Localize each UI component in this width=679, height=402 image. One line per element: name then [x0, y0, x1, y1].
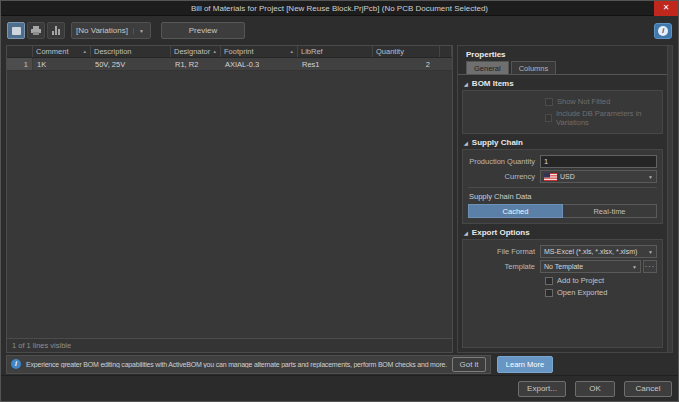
file-format-label: File Format [468, 247, 540, 256]
column-header-rownum [7, 46, 33, 57]
checkbox-icon [545, 289, 553, 297]
table-view-button[interactable] [7, 22, 25, 39]
segment-realtime[interactable]: Real-time [563, 204, 657, 218]
file-format-value: MS-Excel (*.xls, *.xlsx, *.xlsm) [544, 248, 637, 255]
libref-cell[interactable]: Res1 [298, 58, 373, 70]
sort-ascending-icon: ▲ [288, 49, 294, 54]
ok-button[interactable]: OK [575, 381, 615, 397]
currency-row: Currency USD [468, 170, 657, 183]
checkbox-icon [545, 98, 553, 106]
us-flag-icon [544, 173, 557, 181]
sort-ascending-icon: ▲ [211, 49, 217, 54]
column-header-description[interactable]: Description [91, 46, 171, 57]
template-browse-button[interactable]: ··· [643, 260, 657, 273]
divider [468, 187, 657, 188]
sort-ascending-icon: ▲ [81, 49, 87, 54]
footprint-cell[interactable]: AXIAL-0.3 [221, 58, 298, 70]
learn-more-button[interactable]: Learn More [497, 356, 553, 373]
table-empty-area [7, 71, 452, 338]
supply-chain-data-label: Supply Chain Data [469, 192, 657, 201]
section-header-export-options[interactable]: ◢ Export Options [462, 224, 663, 239]
table-header-row: Comment ▲ Description Designator ▲ Footp… [7, 46, 452, 58]
properties-inner: Properties General Columns ◢ BOM Items S… [458, 46, 667, 352]
banner-message: Experience greater BOM editing capabilit… [26, 361, 447, 368]
template-value: No Template [544, 263, 583, 270]
preview-button[interactable]: Preview [161, 22, 245, 39]
designator-cell[interactable]: R1, R2 [171, 58, 221, 70]
variations-dropdown-value: [No Variations] [76, 26, 128, 35]
column-header-filler [440, 46, 452, 57]
table-view-icon [12, 27, 21, 35]
column-header-libref[interactable]: LibRef [298, 46, 373, 57]
got-it-button[interactable]: Got it [452, 357, 486, 372]
bom-items-box: Show Not Fitted Include DB Parameters in… [462, 90, 663, 134]
tab-general[interactable]: General [466, 61, 509, 74]
currency-value: USD [560, 173, 575, 180]
dialog-title: Bill of Materials for Project [New Reuse… [1, 1, 678, 16]
section-header-bom-items[interactable]: ◢ BOM Items [462, 75, 663, 90]
template-row: Template No Template ▼ ··· [468, 260, 657, 273]
properties-scrollbar[interactable] [667, 46, 672, 352]
checkbox-add-to-project[interactable]: Add to Project [545, 276, 657, 285]
segment-cached[interactable]: Cached [468, 204, 563, 218]
export-options-box: File Format MS-Excel (*.xls, *.xlsx, *.x… [462, 239, 663, 348]
supply-chain-data-toggle: Cached Real-time [468, 204, 657, 218]
close-button[interactable]: ✕ [654, 1, 678, 16]
tab-columns[interactable]: Columns [511, 61, 557, 74]
description-cell[interactable]: 50V, 25V [91, 58, 171, 70]
file-format-row: File Format MS-Excel (*.xls, *.xlsx, *.x… [468, 245, 657, 258]
bar-chart-icon [52, 26, 60, 35]
column-header-designator[interactable]: Designator ▲ [171, 46, 221, 57]
column-header-footprint[interactable]: Footprint ▲ [221, 46, 298, 57]
main-area: Comment ▲ Description Designator ▲ Footp… [1, 45, 678, 353]
chevron-down-icon: ▼ [632, 264, 637, 270]
collapse-icon: ◢ [464, 81, 468, 87]
ellipsis-icon: ··· [645, 263, 655, 270]
currency-label: Currency [468, 172, 540, 181]
checkbox-include-db-parameters[interactable]: Include DB Parameters in Variations [545, 109, 657, 127]
info-icon: i [11, 359, 21, 369]
column-header-quantity[interactable]: Quantity [373, 46, 440, 57]
toolbar: [No Variations] ▼ Preview i [1, 16, 678, 45]
production-quantity-input[interactable] [540, 155, 657, 168]
quantity-cell[interactable]: 2 [373, 58, 440, 70]
checkbox-open-exported[interactable]: Open Exported [545, 288, 657, 297]
supply-chain-box: Production Quantity Currency [462, 149, 663, 224]
title-bar: Bill of Materials for Project [New Reuse… [1, 1, 678, 16]
chevron-down-icon: ▼ [648, 174, 653, 180]
activebom-banner: i Experience greater BOM editing capabil… [6, 355, 491, 374]
column-header-comment[interactable]: Comment ▲ [33, 46, 91, 57]
bom-dialog: Bill of Materials for Project [New Reuse… [0, 0, 679, 402]
chevron-down-icon: ▼ [133, 28, 144, 34]
properties-panel: Properties General Columns ◢ BOM Items S… [457, 45, 673, 353]
properties-title: Properties [458, 46, 667, 61]
chevron-down-icon: ▼ [648, 249, 653, 255]
export-button[interactable]: Export... [518, 381, 566, 397]
banner-row: i Experience greater BOM editing capabil… [1, 353, 678, 375]
checkbox-show-not-fitted[interactable]: Show Not Fitted [545, 97, 657, 106]
table-row[interactable]: 1 1K 50V, 25V R1, R2 AXIAL-0.3 Res1 2 [7, 58, 452, 71]
view-mode-group [7, 22, 65, 39]
print-button[interactable] [27, 22, 45, 39]
chart-view-button[interactable] [47, 22, 65, 39]
variations-dropdown[interactable]: [No Variations] ▼ [71, 22, 151, 39]
file-format-dropdown[interactable]: MS-Excel (*.xls, *.xlsx, *.xlsm) ▼ [540, 245, 657, 258]
cancel-button[interactable]: Cancel [624, 381, 672, 397]
checkbox-icon [545, 114, 552, 122]
info-icon: i [658, 26, 668, 36]
comment-cell[interactable]: 1K [33, 58, 91, 70]
row-filler-cell [440, 58, 452, 70]
footer-bar: Export... OK Cancel [1, 375, 678, 402]
close-icon: ✕ [663, 3, 670, 12]
template-dropdown[interactable]: No Template ▼ [540, 260, 641, 273]
properties-content: ◢ BOM Items Show Not Fitted Include DB P… [458, 75, 667, 352]
table-status-bar: 1 of 1 lines visible [7, 338, 452, 352]
production-quantity-row: Production Quantity [468, 155, 657, 168]
section-header-supply-chain[interactable]: ◢ Supply Chain [462, 134, 663, 149]
printer-icon [31, 26, 41, 35]
bom-table-panel: Comment ▲ Description Designator ▲ Footp… [6, 45, 453, 353]
production-quantity-label: Production Quantity [468, 157, 540, 166]
info-button[interactable]: i [654, 23, 672, 39]
template-label: Template [468, 262, 540, 271]
currency-dropdown[interactable]: USD ▼ [540, 170, 657, 183]
